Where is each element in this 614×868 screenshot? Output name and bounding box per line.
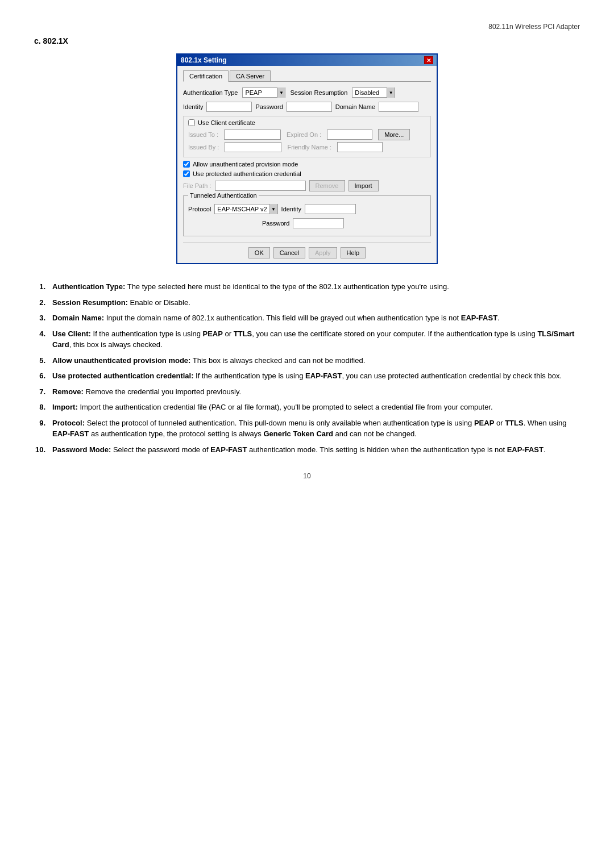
auth-type-arrow[interactable]: ▼ xyxy=(277,87,285,98)
auth-type-label: Authentication Type xyxy=(183,89,238,96)
tunneled-auth-group: Tunneled Authentication Protocol EAP-MSC… xyxy=(183,195,431,236)
item10-bold: Password Mode: xyxy=(52,445,111,454)
allow-unauth-checkbox[interactable] xyxy=(183,161,190,168)
list-item-1: Authentication Type: The type selected h… xyxy=(34,281,580,293)
description-list: Authentication Type: The type selected h… xyxy=(34,281,580,455)
dialog-wrapper: 802.1x Setting ✕ Certification CA Server… xyxy=(34,53,580,264)
remove-button[interactable]: Remove xyxy=(309,180,345,191)
item2-bold: Session Resumption: xyxy=(52,298,128,307)
tunneled-password-input[interactable] xyxy=(293,218,344,228)
auth-type-select[interactable]: PEAP ▼ xyxy=(242,87,285,98)
list-item-9: Protocol: Select the protocol of tunnele… xyxy=(34,418,580,440)
bottom-buttons: OK Cancel Apply Help xyxy=(183,242,431,258)
list-item-7: Remove: Remove the credential you import… xyxy=(34,386,580,398)
allow-unauth-row: Allow unauthenticated provision mode xyxy=(183,161,431,168)
issued-to-label: Issued To : xyxy=(188,131,218,138)
protocol-value: EAP-MSCHAP v2 xyxy=(215,206,269,212)
item4-bold: Use Client: xyxy=(52,329,91,338)
session-resumption-select[interactable]: Disabled ▼ xyxy=(352,87,395,98)
tunneled-auth-title: Tunneled Authentication xyxy=(188,192,259,199)
password-label: Password xyxy=(255,103,283,110)
auth-type-row: Authentication Type PEAP ▼ Session Resum… xyxy=(183,87,431,98)
dialog-body: Certification CA Server Authentication T… xyxy=(177,66,437,263)
issued-to-input xyxy=(224,130,281,140)
session-resumption-arrow[interactable]: ▼ xyxy=(387,87,395,98)
item9-bold: Protocol: xyxy=(52,419,85,427)
file-path-label: File Path : xyxy=(183,182,211,189)
issued-by-input xyxy=(225,142,281,152)
identity-label: Identity xyxy=(183,103,203,110)
session-resumption-value: Disabled xyxy=(352,89,387,96)
issued-by-label: Issued By : xyxy=(188,144,219,151)
dialog-802-1x: 802.1x Setting ✕ Certification CA Server… xyxy=(176,53,438,264)
use-client-cert-row: Use Client certificate xyxy=(188,119,426,126)
list-item-2: Session Resumption: Enable or Disable. xyxy=(34,297,580,308)
auth-type-value: PEAP xyxy=(243,89,277,96)
issued-by-row: Issued By : Friendly Name : xyxy=(188,142,426,152)
friendly-name-label: Friendly Name : xyxy=(287,144,331,151)
use-client-cert-label: Use Client certificate xyxy=(198,119,255,126)
domain-name-label: Domain Name xyxy=(335,103,375,110)
item7-bold: Remove: xyxy=(52,387,84,396)
protocol-select[interactable]: EAP-MSCHAP v2 ▼ xyxy=(214,204,277,214)
dialog-close-button[interactable]: ✕ xyxy=(424,56,433,64)
tab-certification[interactable]: Certification xyxy=(183,70,229,82)
file-path-input xyxy=(215,181,306,191)
protocol-label: Protocol xyxy=(188,206,211,212)
domain-name-input[interactable] xyxy=(379,102,418,112)
ok-button[interactable]: OK xyxy=(248,247,270,258)
use-protected-row: Use protected authentication credential xyxy=(183,170,431,177)
identity-row: Identity Password Domain Name xyxy=(183,102,431,112)
item1-bold: Authentication Type: xyxy=(52,282,125,291)
list-item-4: Use Client: If the authentication type i… xyxy=(34,328,580,350)
friendly-name-input xyxy=(337,142,383,152)
apply-button[interactable]: Apply xyxy=(309,247,337,258)
list-item-10: Password Mode: Select the password mode … xyxy=(34,444,580,456)
item6-bold: Use protected authentication credential: xyxy=(52,372,194,380)
list-item-8: Import: Import the authentication creden… xyxy=(34,402,580,413)
list-item-3: Domain Name: Input the domain name of 80… xyxy=(34,312,580,324)
page-header: 802.11n Wireless PCI Adapter xyxy=(34,23,580,31)
issued-to-row: Issued To : Expired On : More... xyxy=(188,129,426,140)
cancel-button[interactable]: Cancel xyxy=(273,247,305,258)
more-button[interactable]: More... xyxy=(378,129,410,140)
section-title: c. 802.1X xyxy=(34,36,580,45)
tunneled-password-label: Password xyxy=(262,220,289,227)
tunneled-password-row: Password xyxy=(188,218,426,228)
allow-unauth-label: Allow unauthenticated provision mode xyxy=(193,161,298,168)
page-number: 10 xyxy=(34,472,580,480)
help-button[interactable]: Help xyxy=(341,247,366,258)
protocol-row: Protocol EAP-MSCHAP v2 ▼ Identity xyxy=(188,204,426,214)
tunneled-identity-label: Identity xyxy=(281,206,301,212)
expired-on-input xyxy=(327,130,372,140)
dialog-title: 802.1x Setting xyxy=(181,56,227,64)
file-path-row: File Path : Remove Import xyxy=(183,180,431,191)
use-protected-checkbox[interactable] xyxy=(183,170,190,177)
list-item-5: Allow unauthenticated provision mode: Th… xyxy=(34,355,580,366)
tunneled-identity-input[interactable] xyxy=(305,204,356,214)
use-client-cert-checkbox[interactable] xyxy=(188,119,195,126)
item5-bold: Allow unauthenticated provision mode: xyxy=(52,356,190,365)
session-resumption-label: Session Resumption xyxy=(290,89,347,96)
item8-bold: Import: xyxy=(52,403,78,411)
import-button[interactable]: Import xyxy=(349,180,379,191)
tab-ca-server[interactable]: CA Server xyxy=(230,70,271,81)
identity-input[interactable] xyxy=(206,102,252,112)
dialog-titlebar: 802.1x Setting ✕ xyxy=(177,55,437,66)
use-protected-label: Use protected authentication credential xyxy=(193,170,301,177)
list-item-6: Use protected authentication credential:… xyxy=(34,370,580,382)
header-title: 802.11n Wireless PCI Adapter xyxy=(488,23,580,31)
protocol-arrow[interactable]: ▼ xyxy=(269,204,277,214)
password-input[interactable] xyxy=(287,102,332,112)
expired-on-label: Expired On : xyxy=(287,131,321,138)
tabs-row: Certification CA Server xyxy=(183,70,431,82)
client-cert-group: Use Client certificate Issued To : Expir… xyxy=(183,116,431,157)
item3-bold: Domain Name: xyxy=(52,314,104,322)
description-section: Authentication Type: The type selected h… xyxy=(34,281,580,455)
